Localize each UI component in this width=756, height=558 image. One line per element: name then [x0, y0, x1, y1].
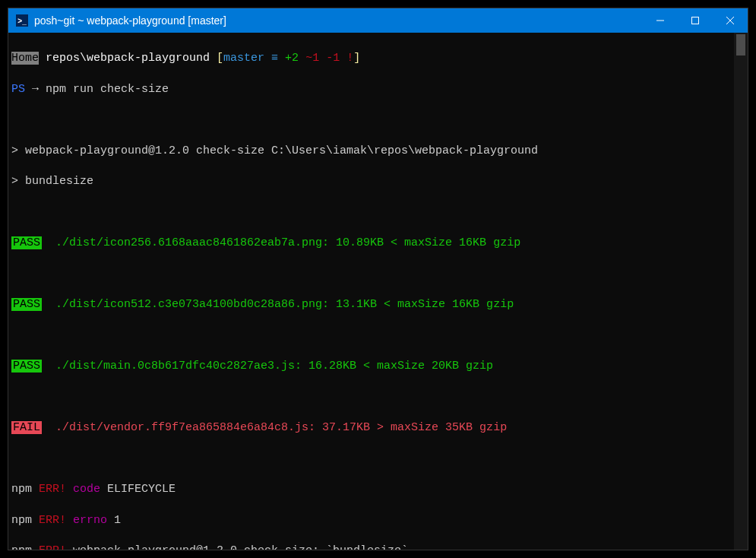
err-code-key: code: [66, 483, 100, 496]
bundlesize-result: FAIL ./dist/vendor.ff9f7ea865884e6a84c8.…: [11, 420, 734, 436]
close-icon: [726, 17, 734, 24]
git-ahead: +2: [285, 52, 299, 65]
cwd-path: repos\webpack-playground: [39, 52, 217, 65]
npm-label: npm: [11, 544, 32, 550]
powershell-icon: >_: [16, 14, 28, 27]
pass-badge: PASS: [11, 360, 42, 373]
maximize-icon: [691, 17, 699, 24]
npm-label: npm: [11, 483, 32, 496]
pass-badge: PASS: [11, 298, 42, 311]
titlebar[interactable]: >_ posh~git ~ webpack-playground [master…: [8, 8, 748, 33]
terminal-window: >_ posh~git ~ webpack-playground [master…: [8, 8, 748, 550]
close-button[interactable]: [713, 8, 748, 33]
git-branch: master: [223, 52, 264, 65]
err-msg: webpack-playground@1.2.0 check-size: `bu…: [66, 544, 408, 550]
err-label: ERR!: [32, 483, 66, 496]
scrollbar-thumb[interactable]: [736, 34, 745, 55]
git-equiv: ≡: [264, 52, 285, 65]
bundlesize-result: PASS ./dist/icon256.6168aaac8461862eab7a…: [11, 236, 734, 251]
pass-badge: PASS: [11, 236, 42, 249]
terminal-body: Home repos\webpack-playground [master ≡ …: [8, 33, 748, 550]
err-errno-val: 1: [107, 514, 121, 527]
minimize-button[interactable]: [643, 8, 678, 33]
maximize-button[interactable]: [678, 8, 713, 33]
minimize-icon: [656, 17, 664, 24]
bracket: ]: [353, 52, 360, 65]
terminal-content[interactable]: Home repos\webpack-playground [master ≡ …: [8, 33, 734, 550]
err-label: ERR!: [32, 544, 66, 550]
bundlesize-result: PASS ./dist/main.0c8b617dfc40c2827ae3.js…: [11, 359, 734, 374]
ps-command-line: PS → npm run check-size: [11, 82, 734, 97]
git-removed: -1: [319, 52, 340, 65]
window-title: posh~git ~ webpack-playground [master]: [34, 14, 643, 27]
bundlesize-result: PASS ./dist/icon512.c3e073a4100bd0c28a86…: [11, 297, 734, 312]
npm-error-line: npm ERR! code ELIFECYCLE: [11, 482, 734, 497]
git-behind: ~1: [299, 52, 319, 65]
scrollbar[interactable]: [734, 33, 748, 550]
npm-label: npm: [11, 514, 32, 527]
svg-rect-1: [692, 17, 699, 24]
bracket: [: [217, 52, 223, 65]
home-badge: Home: [11, 52, 39, 65]
npm-error-line: npm ERR! webpack-playground@1.2.0 check-…: [11, 544, 734, 550]
result-text: ./dist/icon256.6168aaac8461862eab7a.png:…: [55, 236, 520, 249]
git-bang: !: [340, 52, 353, 65]
result-text: ./dist/vendor.ff9f7ea865884e6a84c8.js: 3…: [55, 421, 507, 434]
result-text: ./dist/icon512.c3e073a4100bd0c28a86.png:…: [55, 298, 514, 311]
result-text: ./dist/main.0c8b617dfc40c2827ae3.js: 16.…: [55, 360, 493, 373]
ps-prefix: PS: [11, 83, 25, 96]
npm-run-header: > webpack-playground@1.2.0 check-size C:…: [11, 144, 734, 159]
npm-run-header: > bundlesize: [11, 174, 734, 189]
err-label: ERR!: [32, 514, 66, 527]
typed-command: npm run check-size: [46, 83, 169, 96]
window-controls: [643, 8, 748, 33]
err-code-val: ELIFECYCLE: [100, 483, 176, 496]
err-errno-key: errno: [66, 514, 107, 527]
ps-arrow: →: [25, 83, 46, 96]
prompt-line: Home repos\webpack-playground [master ≡ …: [11, 51, 734, 66]
npm-error-line: npm ERR! errno 1: [11, 513, 734, 528]
fail-badge: FAIL: [11, 421, 42, 434]
